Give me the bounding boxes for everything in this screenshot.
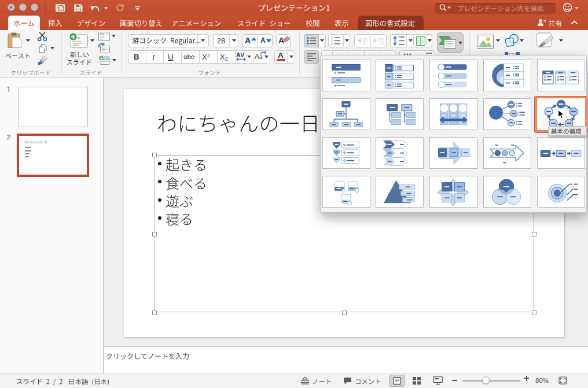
- svg-text:1: 1: [331, 36, 333, 39]
- svg-text:3: 3: [331, 43, 333, 45]
- svg-text:2: 2: [331, 40, 333, 43]
